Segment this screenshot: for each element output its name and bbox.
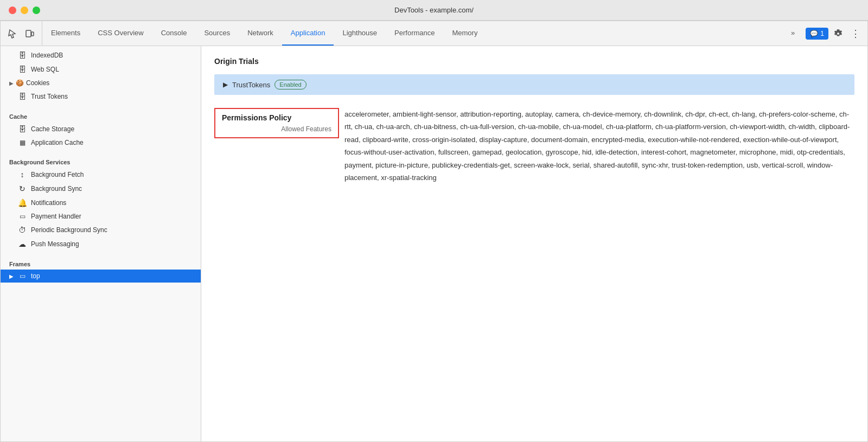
tab-css-overview[interactable]: CSS Overview [89,21,152,46]
payment-handler-icon: ▭ [18,213,27,220]
maximize-button[interactable] [33,7,40,14]
sidebar-item-indexed-db[interactable]: 🗄 IndexedDB [1,48,201,62]
periodic-background-sync-icon: ⏱ [18,226,27,234]
permissions-features-list: accelerometer, ambient-light-sensor, att… [344,108,854,184]
tab-performance[interactable]: Performance [386,21,443,46]
indexed-db-icon: 🗄 [18,51,27,60]
sidebar-item-cache-storage[interactable]: 🗄 Cache Storage [1,122,201,136]
traffic-lights [9,7,40,14]
issues-count: 1 [820,30,824,37]
more-options-button[interactable]: ⋮ [848,26,863,41]
frame-icon: ▭ [18,272,27,280]
tab-lighthouse[interactable]: Lighthouse [334,21,386,46]
sidebar-item-trust-tokens[interactable]: 🗄 Trust Tokens [1,89,201,104]
application-cache-icon: ▦ [18,139,27,146]
close-button[interactable] [9,7,16,14]
cookies-arrow: ▶ [9,80,14,86]
sidebar: 🗄 IndexedDB 🗄 Web SQL ▶ 🍪 Cookies 🗄 Trus… [1,46,201,441]
sidebar-item-application-cache[interactable]: ▦ Application Cache [1,136,201,149]
sidebar-item-top[interactable]: ▶ ▭ top [1,270,201,283]
devtools-window: Elements CSS Overview Console Sources Ne… [0,21,868,442]
tab-console[interactable]: Console [152,21,196,46]
tab-application[interactable]: Application [282,21,334,46]
tab-bar: Elements CSS Overview Console Sources Ne… [42,21,778,46]
device-toggle-icon[interactable] [22,26,37,41]
sidebar-item-background-sync[interactable]: ↻ Background Sync [1,182,201,196]
minimize-button[interactable] [21,7,28,14]
sidebar-item-background-fetch[interactable]: ↕ Background Fetch [1,168,201,182]
cache-section-title: Cache [1,108,201,122]
push-messaging-icon: ☁ [18,240,27,248]
trust-tokens-label: TrustTokens [232,81,270,89]
toolbar-right: » 💬 1 ⋮ [778,21,867,46]
origin-trials-section: Origin Trials ▶ TrustTokens Enabled [214,57,854,95]
toolbar-icons [1,21,42,46]
sidebar-item-notifications[interactable]: 🔔 Notifications [1,196,201,210]
sidebar-item-web-sql[interactable]: 🗄 Web SQL [1,62,201,76]
background-services-section-title: Background Services [1,153,201,168]
tab-sources[interactable]: Sources [195,21,239,46]
more-tabs-button[interactable]: » [782,29,803,38]
permissions-policy-section: Permissions Policy Allowed Features acce… [214,108,854,184]
toolbar: Elements CSS Overview Console Sources Ne… [1,21,867,46]
sidebar-item-payment-handler[interactable]: ▭ Payment Handler [1,210,201,223]
permissions-policy-label: Allowed Features [222,125,331,133]
trust-tokens-arrow: ▶ [223,81,228,88]
cookies-icon: 🍪 [16,79,24,87]
origin-trials-title: Origin Trials [214,57,854,66]
svg-rect-0 [26,30,31,37]
tab-memory[interactable]: Memory [443,21,486,46]
trust-tokens-icon: 🗄 [18,92,27,101]
sidebar-item-periodic-background-sync[interactable]: ⏱ Periodic Background Sync [1,223,201,237]
sidebar-item-cookies[interactable]: ▶ 🍪 Cookies [1,76,201,89]
frames-section-title: Frames [1,255,201,270]
top-arrow: ▶ [9,273,14,279]
settings-button[interactable] [831,26,846,41]
window-title: DevTools - example.com/ [394,6,474,14]
permissions-policy-row: Permissions Policy Allowed Features acce… [214,108,854,184]
background-fetch-icon: ↕ [18,170,27,179]
tab-network[interactable]: Network [239,21,282,46]
background-sync-icon: ↻ [18,184,27,193]
main-content: 🗄 IndexedDB 🗄 Web SQL ▶ 🍪 Cookies 🗄 Trus… [1,46,867,441]
sidebar-item-push-messaging[interactable]: ☁ Push Messaging [1,237,201,251]
cursor-icon[interactable] [5,26,20,41]
issues-badge[interactable]: 💬 1 [806,28,828,40]
svg-rect-1 [31,32,34,36]
enabled-badge: Enabled [275,80,306,89]
issues-icon: 💬 [810,30,818,37]
content-area: Origin Trials ▶ TrustTokens Enabled Perm… [201,46,867,441]
titlebar: DevTools - example.com/ [0,0,868,21]
permissions-box: Permissions Policy Allowed Features [214,108,339,138]
permissions-policy-title: Permissions Policy [222,113,331,122]
notifications-icon: 🔔 [18,198,27,207]
tab-elements[interactable]: Elements [42,21,89,46]
cache-storage-icon: 🗄 [18,125,27,133]
permissions-key-col: Permissions Policy Allowed Features [214,108,344,143]
web-sql-icon: 🗄 [18,65,27,74]
trust-tokens-row[interactable]: ▶ TrustTokens Enabled [214,74,854,95]
